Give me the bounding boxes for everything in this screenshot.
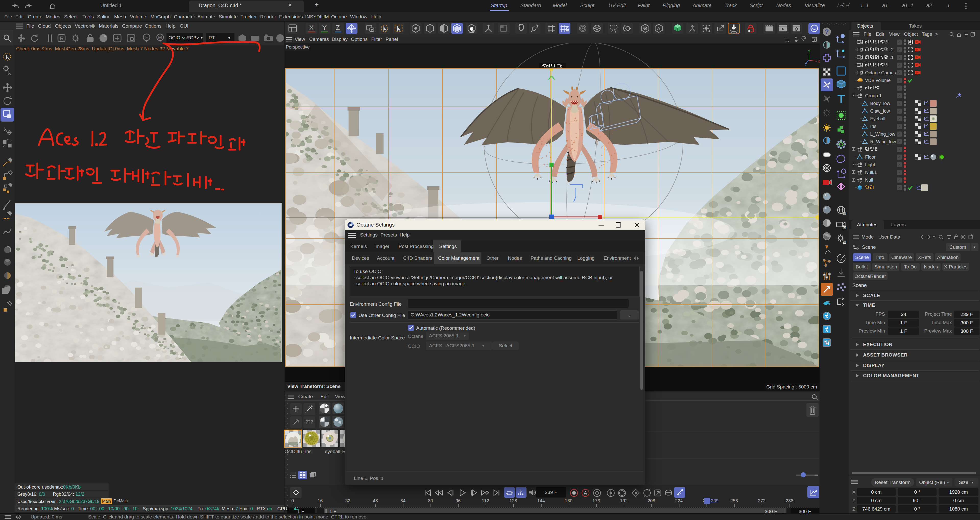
svg-text:A: A [519,489,522,493]
svg-text:R: R [60,35,64,41]
svg-text:M: M [158,35,162,40]
svg-text:ST: ST [843,241,846,244]
svg-text:ST: ST [843,212,846,215]
svg-text:ST: ST [860,58,863,59]
svg-text:Z: Z [336,24,340,32]
svg-text:ST: ST [860,42,863,44]
svg-text:Y: Y [808,50,810,53]
svg-text:ST: ST [860,50,863,52]
svg-text:A: A [657,26,660,31]
svg-text:Z: Z [805,62,807,66]
svg-text:A: A [584,490,587,496]
svg-text:Y: Y [322,24,326,32]
svg-text:ST: ST [860,73,863,75]
svg-text:?: ? [825,28,829,35]
svg-text:X: X [309,24,313,32]
svg-text:X: X [818,59,819,64]
svg-text:ST: ST [843,227,846,229]
svg-text:F: F [145,35,148,40]
svg-text:ST: ST [860,65,863,67]
